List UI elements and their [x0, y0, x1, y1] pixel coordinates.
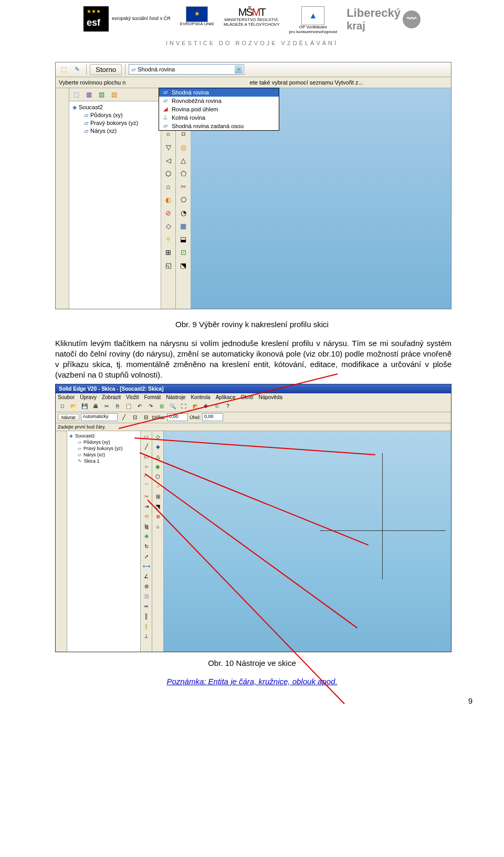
- vt2a-line-icon[interactable]: ╱: [142, 442, 151, 451]
- navrat-button[interactable]: Návrat: [58, 414, 79, 421]
- tb2-view-icon[interactable]: ⊞: [157, 402, 166, 411]
- tb2-zoom-icon[interactable]: 🔍: [168, 402, 177, 411]
- vt-b10-icon[interactable]: ◔: [177, 207, 190, 219]
- vt-a9-icon[interactable]: ◐: [162, 194, 175, 206]
- vt-b13-icon[interactable]: ⊡: [177, 247, 190, 258]
- vt2a-vert-icon[interactable]: ║: [142, 612, 151, 621]
- tb2-cut-icon[interactable]: ✂: [102, 402, 111, 411]
- vt-b5-icon[interactable]: ◎: [177, 142, 190, 153]
- vt-b11-icon[interactable]: ▦: [177, 221, 190, 232]
- tb2-fit-icon[interactable]: ⛶: [179, 402, 188, 411]
- tb2-save-icon[interactable]: 💾: [80, 402, 89, 411]
- ss2-canvas[interactable]: [164, 431, 451, 652]
- dropdown-item-rovnobezna[interactable]: ▱Rovnoběžná rovina: [159, 97, 279, 105]
- vt2a-perp-icon[interactable]: ⊥: [142, 632, 151, 641]
- feature-tree[interactable]: ◈Soucast2 ▱Půdorys (xy) ▱Pravý bokorys (…: [69, 101, 161, 137]
- dropdown-item-shodna[interactable]: ▱Shodná rovina: [159, 88, 279, 97]
- vt-a11-icon[interactable]: ◇: [162, 221, 175, 232]
- tb2-new-icon[interactable]: 🗋: [58, 402, 67, 411]
- vt-a13-icon[interactable]: ⊞: [162, 247, 175, 258]
- note-text: Entita je čára, kružnice, oblouk apod.: [206, 677, 337, 686]
- ss1-toolbar: ⬚ ✎ Storno ▱ Shodná rovina ▼: [56, 62, 451, 77]
- vt2b-7-icon[interactable]: ⊞: [153, 492, 163, 501]
- plane-dropdown-list[interactable]: ▱Shodná rovina ▱Rovnoběžná rovina ◢Rovin…: [159, 88, 279, 131]
- vt2a-scale-icon[interactable]: ⤢: [142, 552, 151, 561]
- vt-a10-icon[interactable]: ⊘: [162, 207, 175, 219]
- vt-a8-icon[interactable]: ⌂: [162, 181, 175, 193]
- vt2a-trim-icon[interactable]: ✂: [142, 492, 151, 501]
- vt2a-rot-icon[interactable]: ↻: [142, 542, 151, 551]
- menu-soubor[interactable]: Soubor: [58, 394, 75, 400]
- dropdown-item-kolma[interactable]: ⊥Kolmá rovina: [159, 113, 279, 122]
- vt2a-mirror-icon[interactable]: ⧎: [142, 522, 151, 531]
- select-icon[interactable]: ⬚: [58, 64, 69, 75]
- tree-item-narys[interactable]: ▱Nárys (xz): [72, 127, 158, 135]
- input-uhel[interactable]: 0,00: [202, 413, 223, 421]
- tb2-misc1-icon[interactable]: ⊡: [130, 413, 140, 422]
- ss2-vtool-a: ▭ ╱ ▭ ○ ◠ ⌒ ✂ ⇥ ⟲ ⧎ ✥ ↻ ⤢ ⟷ ∠ ⊘ ⊡ ═ ║ ∥ …: [141, 431, 152, 652]
- tree2-narys[interactable]: ▱Nárys (xz): [69, 452, 138, 458]
- vt2a-par-icon[interactable]: ∥: [142, 622, 151, 631]
- vt-a7-icon[interactable]: ⬡: [162, 168, 175, 180]
- vt2a-rad-icon[interactable]: ⊘: [142, 582, 151, 591]
- vt-b8-icon[interactable]: ✂: [177, 181, 190, 193]
- plane-type-combo[interactable]: ▱ Shodná rovina ▼: [129, 64, 244, 75]
- menu-nastroje[interactable]: Nástroje: [166, 394, 185, 400]
- vt2a-circle-icon[interactable]: ○: [142, 462, 151, 471]
- vt-a14-icon[interactable]: ◱: [162, 260, 175, 271]
- ss2-workspace: ◈Soucast2 ▱Půdorys (xy) ▱Pravý bokorys (…: [56, 431, 451, 652]
- tree-item-bokorys[interactable]: ▱Pravý bokorys (yz): [72, 119, 158, 127]
- tree2-root[interactable]: ◈Soucast2: [69, 433, 138, 439]
- vt-b6-icon[interactable]: △: [177, 155, 190, 166]
- tree2-pudorys[interactable]: ▱Půdorys (xy): [69, 439, 138, 445]
- tree-ico-3[interactable]: ▧: [96, 89, 107, 100]
- tree-ico-4[interactable]: ▤: [108, 89, 120, 100]
- vt2b-10-icon[interactable]: ⌂: [153, 522, 163, 531]
- vt-a5-icon[interactable]: ▽: [162, 142, 175, 153]
- dropdown-item-osou[interactable]: ▱Shodná rovina zadaná osou: [159, 122, 279, 130]
- vt-a6-icon[interactable]: ◁: [162, 155, 175, 166]
- vt2a-fillet-icon[interactable]: ⌒: [142, 482, 151, 491]
- vt2a-rel-icon[interactable]: ⊡: [142, 592, 151, 601]
- tb2-print-icon[interactable]: 🖶: [91, 402, 100, 411]
- storno-button[interactable]: Storno: [90, 64, 122, 75]
- tb2-copy-icon[interactable]: ⎘: [113, 402, 122, 411]
- chevron-down-icon[interactable]: ▼: [235, 65, 243, 74]
- vt2a-ang-icon[interactable]: ∠: [142, 572, 151, 581]
- tree2-skica1[interactable]: ✎Skica 1: [69, 458, 138, 464]
- vt-b14-icon[interactable]: ⬔: [177, 260, 190, 271]
- vt2a-offset-icon[interactable]: ⟲: [142, 512, 151, 521]
- tree-item-pudorys[interactable]: ▱Půdorys (xy): [72, 111, 158, 119]
- tb2-open-icon[interactable]: 📂: [69, 402, 78, 411]
- tree2-bokorys[interactable]: ▱Pravý bokorys (yz): [69, 445, 138, 452]
- ss1-tree-pane: ⬚ ▦ ▧ ▤ ◈Soucast2 ▱Půdorys (xy) ▱Pravý b…: [69, 88, 161, 309]
- vt2a-horiz-icon[interactable]: ═: [142, 602, 151, 611]
- tree-ico-1[interactable]: ⬚: [70, 89, 82, 100]
- esf-logo: evropský sociální fond v ČR: [83, 6, 171, 32]
- tb2-redo-icon[interactable]: ↷: [146, 402, 155, 411]
- vt2b-2-icon[interactable]: ◆: [153, 442, 163, 451]
- menu-format[interactable]: Formát: [144, 394, 161, 400]
- vt2a-move-icon[interactable]: ✥: [142, 532, 151, 541]
- vt-b12-icon[interactable]: ⬓: [177, 234, 190, 245]
- tb2-help-icon[interactable]: ?: [223, 402, 233, 411]
- tb2-undo-icon[interactable]: ↶: [135, 402, 144, 411]
- vt-b7-icon[interactable]: ⬠: [177, 168, 190, 180]
- vt-a12-icon[interactable]: ✧: [162, 234, 175, 245]
- tb2-line-icon[interactable]: ╱: [119, 413, 129, 422]
- tree-root[interactable]: ◈Soucast2: [72, 103, 158, 111]
- auto-combo[interactable]: Automaticky: [81, 413, 118, 421]
- highlight-icon[interactable]: ✎: [71, 64, 83, 75]
- dropdown-item-pod-uhlem[interactable]: ◢Rovina pod úhlem: [159, 105, 279, 113]
- vt-b9-icon[interactable]: ⎔: [177, 194, 190, 206]
- vt2b-4-icon[interactable]: ◉: [153, 462, 163, 471]
- tb2-paste-icon[interactable]: 📋: [124, 402, 133, 411]
- menu-upravy[interactable]: Úpravy: [80, 394, 97, 400]
- tree-ico-2[interactable]: ▦: [83, 89, 94, 100]
- menu-vlozit[interactable]: Vložit: [126, 394, 139, 400]
- menu-kontrola[interactable]: Kontrola: [191, 394, 210, 400]
- menu-napoveda[interactable]: Nápověda: [258, 394, 282, 400]
- vt2a-dim-icon[interactable]: ⟷: [142, 562, 151, 571]
- ss2-tree[interactable]: ◈Soucast2 ▱Půdorys (xy) ▱Pravý bokorys (…: [67, 431, 141, 652]
- menu-zobrazit[interactable]: Zobrazit: [102, 394, 121, 400]
